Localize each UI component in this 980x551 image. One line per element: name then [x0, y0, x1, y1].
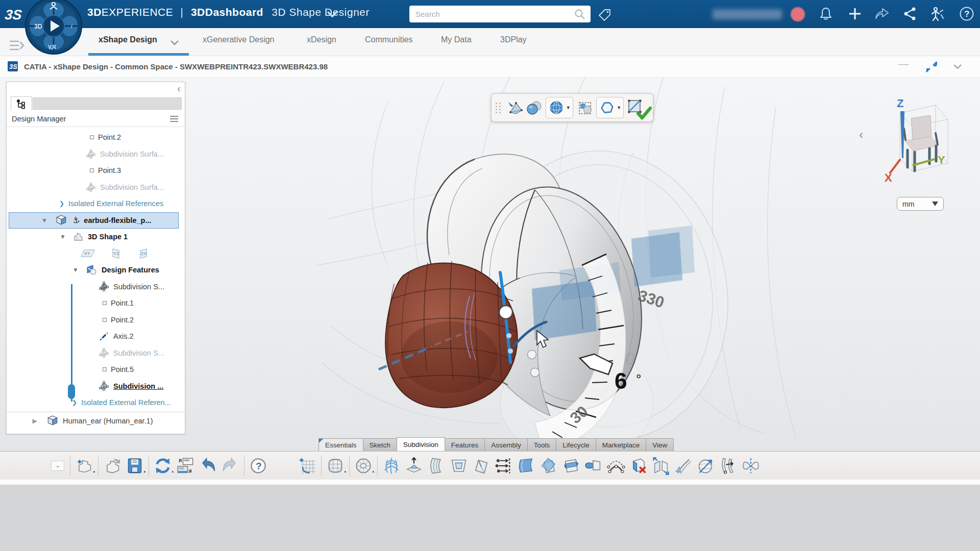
tree-row[interactable]: Subdivision S...	[7, 345, 185, 362]
tree-row[interactable]: Point.3	[7, 162, 185, 179]
subdivision-modify-button[interactable]	[505, 97, 524, 118]
window-chevron-down-icon[interactable]	[952, 63, 963, 70]
tab-features[interactable]: Features	[445, 438, 485, 451]
subdivision-box-button[interactable]: ▴	[324, 454, 347, 478]
share-network-icon[interactable]	[902, 6, 918, 21]
panel-collapse-chevron-icon[interactable]: ‹	[177, 83, 181, 93]
share-arrow-icon[interactable]	[874, 6, 890, 21]
redo-button[interactable]	[219, 454, 241, 478]
control-point[interactable]	[531, 368, 540, 377]
import-export-button[interactable]	[174, 454, 197, 478]
user-avatar[interactable]	[791, 7, 805, 21]
ok-apply-button[interactable]	[626, 97, 649, 118]
search-input[interactable]	[414, 9, 574, 19]
fill-surface-button[interactable]	[515, 454, 537, 478]
raise-face-button[interactable]	[403, 454, 425, 478]
chevron-right-icon[interactable]: ❯	[72, 399, 77, 406]
sphere-primitive-button[interactable]	[524, 97, 543, 118]
user-name-blurred[interactable]	[713, 9, 782, 19]
tree-row-isolated-external-references[interactable]: ❯ Isolated External Referen...	[7, 394, 185, 411]
tab-assembly[interactable]: Assembly	[484, 438, 528, 451]
history-timeline-handle[interactable]	[68, 384, 75, 399]
tree-row[interactable]: Point.2	[7, 312, 185, 329]
current-app-name[interactable]: 3D Shape Designer	[272, 6, 370, 18]
plane-xy-icon[interactable]: XY	[80, 248, 96, 259]
units-dropdown[interactable]: mm	[897, 197, 944, 211]
selection-set-button[interactable]	[575, 97, 594, 118]
tree-row-3d-shape[interactable]: ▼ 3D Shape 1	[7, 229, 185, 245]
help-button[interactable]: ?	[247, 454, 270, 478]
primitive-type-dropdown[interactable]: ▼	[546, 97, 573, 118]
project-on-sphere-button[interactable]	[695, 454, 717, 478]
tree-row-human-ear[interactable]: ▶ Human_ear (Human_ear.1)	[7, 413, 185, 430]
expanded-arrow-icon[interactable]: ▼	[72, 266, 79, 273]
tab-marketplace[interactable]: Marketplace	[596, 438, 647, 451]
tree-view-tab[interactable]	[11, 96, 32, 111]
tab-3dplay[interactable]: 3DPlay	[500, 35, 527, 44]
bevel-face-button[interactable]	[470, 454, 493, 478]
tree-row-isolated-external-references[interactable]: ❯ Isolated External References	[7, 195, 185, 212]
multi-section-surface-button[interactable]	[425, 454, 448, 478]
tree-row[interactable]: Subdivision Surfa...	[7, 179, 185, 196]
3ds-people-icon[interactable]	[929, 6, 945, 22]
add-content-plus-icon[interactable]	[847, 6, 863, 21]
toolbar-collapse-button[interactable]: ⌄	[51, 461, 64, 471]
earbud-red-tip[interactable]	[385, 261, 517, 408]
split-with-plane-button[interactable]	[537, 454, 560, 478]
panel-menu-icon[interactable]	[169, 115, 179, 122]
tab-communities[interactable]: Communities	[365, 35, 412, 44]
compass-logo[interactable]: 3D i V,R	[24, 0, 83, 56]
plane-yz-icon[interactable]: YZ	[110, 247, 122, 260]
undo-button[interactable]	[197, 454, 219, 478]
face-mode-dropdown[interactable]: ▼	[596, 97, 624, 118]
expand-menu-icon[interactable]	[8, 38, 26, 53]
tree-row[interactable]: Point.2	[7, 129, 185, 146]
cage-curve-button[interactable]	[605, 454, 627, 478]
tree-row[interactable]: Subdivision S...	[7, 279, 185, 295]
subdivision-primitive-button[interactable]: ▴	[352, 454, 375, 478]
tree-row-design-features[interactable]: ▼ Design Features	[7, 262, 185, 279]
inset-face-button[interactable]	[448, 454, 470, 478]
help-icon[interactable]: ?	[959, 6, 975, 22]
search-icon[interactable]	[574, 9, 585, 20]
app-switcher-chevron-icon[interactable]	[327, 10, 338, 18]
tree-row-current-feature[interactable]: Subdivision ...	[7, 378, 185, 395]
open-content-button[interactable]	[101, 454, 124, 478]
bridge-faces-button[interactable]	[582, 454, 605, 478]
tab-sketch[interactable]: Sketch	[363, 438, 397, 451]
new-sketch-button[interactable]	[296, 454, 318, 478]
z-axis[interactable]	[900, 111, 904, 158]
new-content-button[interactable]: ▴	[73, 454, 95, 478]
navigation-compass[interactable]: Z Y X	[885, 96, 956, 188]
minimize-button[interactable]: —	[898, 58, 909, 70]
plane-zx-icon[interactable]: ZX	[137, 247, 149, 260]
control-point[interactable]	[528, 350, 536, 359]
tab-xdesign[interactable]: xDesign	[307, 35, 336, 44]
tree-row[interactable]: Axis.2	[7, 328, 185, 345]
flex-curve-button[interactable]	[672, 454, 695, 478]
tag-icon[interactable]	[597, 7, 612, 22]
symmetry-button[interactable]	[740, 454, 762, 478]
restore-window-icon[interactable]	[925, 61, 938, 73]
match-surface-button[interactable]	[717, 454, 740, 478]
tree-row[interactable]: Subdivision Surfa...	[7, 146, 185, 163]
collapsed-arrow-icon[interactable]: ▶	[31, 417, 38, 424]
tab-xshape-design[interactable]: xShape Design	[99, 35, 157, 44]
expanded-arrow-icon[interactable]: ▼	[41, 217, 48, 224]
tab-subdivision[interactable]: Subdivision	[397, 437, 445, 451]
manipulator-handle[interactable]	[499, 306, 512, 319]
delete-face-button[interactable]	[627, 454, 650, 478]
right-panel-collapse-chevron[interactable]: ‹	[859, 128, 863, 142]
align-points-button[interactable]	[493, 454, 515, 478]
chevron-right-icon[interactable]: ❯	[59, 200, 64, 207]
tree-row-earbud-root[interactable]: ▼ ⚓ earbud-flexible_p...	[9, 212, 179, 229]
notifications-bell-icon[interactable]	[818, 6, 834, 21]
tab-lifecycle[interactable]: Lifecycle	[556, 438, 596, 451]
tree-row[interactable]: Point.5	[7, 361, 185, 378]
tree-row[interactable]: Point.1	[7, 295, 185, 312]
tab-view[interactable]: View	[646, 438, 674, 451]
expanded-arrow-icon[interactable]: ▼	[59, 233, 66, 240]
tab-my-data[interactable]: My Data	[441, 35, 472, 44]
tab-essentials[interactable]: Essentials	[318, 438, 363, 451]
unfold-faces-button[interactable]	[650, 454, 672, 478]
